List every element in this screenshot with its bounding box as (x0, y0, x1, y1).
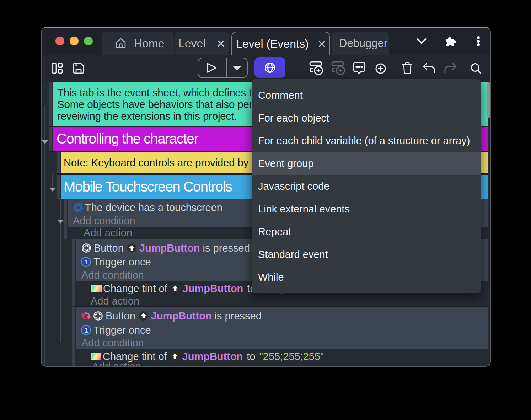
svg-text:1: 1 (84, 258, 88, 266)
svg-text:1: 1 (84, 327, 88, 334)
